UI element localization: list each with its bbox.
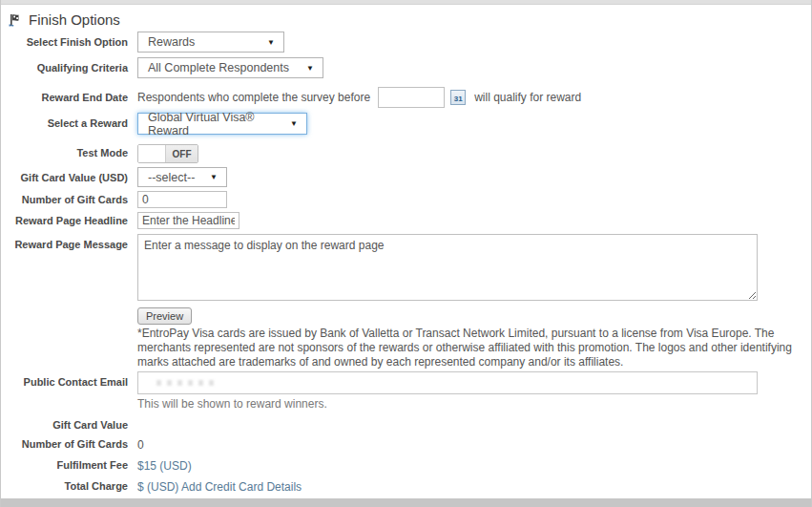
reward-select[interactable]: Global Virtual Visa® Reward ▼ xyxy=(137,113,307,135)
select-a-reward-label: Select a Reward xyxy=(1,113,137,129)
finish-option-selected-value: Rewards xyxy=(148,35,195,49)
number-of-gift-cards-row: Number of Gift Cards xyxy=(1,191,811,208)
summary-number-of-gift-cards-label: Number of Gift Cards xyxy=(1,437,137,450)
caret-down-icon: ▼ xyxy=(306,64,314,73)
qualifying-criteria-label: Qualifying Criteria xyxy=(1,57,137,74)
public-contact-email-group: This will be shown to reward winners. xyxy=(137,371,758,411)
test-mode-row: Test Mode OFF xyxy=(1,142,811,163)
reward-end-date-row: Reward End Date Respondents who complete… xyxy=(1,87,811,108)
gift-card-value-select-label: Gift Card Value (USD) xyxy=(1,167,137,183)
select-a-reward-row: Select a Reward Global Virtual Visa® Rew… xyxy=(1,113,811,135)
summary-total-charge-row: Total Charge $ (USD) Add Credit Card Det… xyxy=(1,479,811,494)
summary-total-charge-value: $ (USD) Add Credit Card Details xyxy=(137,479,302,494)
summary-gift-card-value-label: Gift Card Value xyxy=(1,418,137,431)
summary-total-charge-label: Total Charge xyxy=(1,479,137,492)
summary-gift-card-value-row: Gift Card Value xyxy=(1,418,811,431)
gift-card-value-select[interactable]: --select-- ▼ xyxy=(137,167,227,187)
finish-options-panel: Finish Options Select Finish Option Rewa… xyxy=(0,0,812,507)
test-mode-label: Test Mode xyxy=(1,142,137,158)
reward-page-message-row: Reward Page Message xyxy=(1,234,811,301)
toggle-state-label: OFF xyxy=(166,145,198,162)
preview-button[interactable]: Preview xyxy=(137,307,192,325)
caret-down-icon: ▼ xyxy=(210,173,218,181)
reward-page-headline-input[interactable] xyxy=(137,212,239,229)
reward-page-headline-row: Reward Page Headline xyxy=(1,212,811,229)
caret-down-icon: ▼ xyxy=(267,38,275,47)
gift-card-value-selected: --select-- xyxy=(148,171,195,184)
summary-fulfilment-fee-label: Fulfilment Fee xyxy=(1,458,137,471)
reward-page-message-label: Reward Page Message xyxy=(1,234,137,250)
panel-header: Finish Options xyxy=(1,5,811,32)
number-of-gift-cards-label: Number of Gift Cards xyxy=(1,191,137,205)
finish-flag-icon xyxy=(9,13,22,27)
reward-page-headline-label: Reward Page Headline xyxy=(1,212,137,226)
reward-page-message-textarea[interactable] xyxy=(137,234,758,301)
test-mode-toggle[interactable]: OFF xyxy=(137,144,198,163)
add-credit-card-details-link[interactable]: Add Credit Card Details xyxy=(181,480,302,494)
summary-number-of-gift-cards-value: 0 xyxy=(137,437,144,452)
calendar-icon[interactable]: 31 xyxy=(450,90,466,105)
total-charge-amount: $ (USD) xyxy=(137,480,178,494)
summary-fulfilment-fee-value: $15 (USD) xyxy=(137,458,192,473)
disclaimer-text: *EntroPay Visa cards are issued by Bank … xyxy=(137,327,807,370)
reward-end-date-prefix-text: Respondents who complete the survey befo… xyxy=(137,91,370,104)
summary-number-of-gift-cards-row: Number of Gift Cards 0 xyxy=(1,437,811,452)
number-of-gift-cards-input[interactable] xyxy=(137,191,227,208)
public-contact-email-input[interactable] xyxy=(137,371,758,394)
gift-card-value-select-row: Gift Card Value (USD) --select-- ▼ xyxy=(1,167,811,187)
summary-fulfilment-fee-row: Fulfilment Fee $15 (USD) xyxy=(1,458,811,473)
reward-end-date-suffix-text: will qualify for reward xyxy=(474,91,581,104)
public-contact-email-row: Public Contact Email This will be shown … xyxy=(1,371,811,411)
public-contact-email-helper: This will be shown to reward winners. xyxy=(137,397,758,411)
toggle-knob xyxy=(138,145,166,162)
qualifying-criteria-select[interactable]: All Complete Respondents ▼ xyxy=(137,57,323,78)
page-title: Finish Options xyxy=(29,11,120,28)
select-finish-option-row: Select Finish Option Rewards ▼ xyxy=(1,32,811,53)
select-finish-option-label: Select Finish Option xyxy=(1,32,137,48)
reward-selected-value: Global Virtual Visa® Reward xyxy=(148,111,282,137)
panel-bottom-strip xyxy=(1,498,811,507)
reward-end-date-controls: Respondents who complete the survey befo… xyxy=(137,87,581,108)
caret-down-icon: ▼ xyxy=(290,119,298,128)
qualifying-criteria-selected-value: All Complete Respondents xyxy=(148,61,289,74)
reward-end-date-input[interactable] xyxy=(378,87,445,108)
reward-end-date-label: Reward End Date xyxy=(1,87,137,103)
qualifying-criteria-row: Qualifying Criteria All Complete Respond… xyxy=(1,57,811,78)
preview-row: Preview xyxy=(137,306,811,325)
finish-option-select[interactable]: Rewards ▼ xyxy=(137,32,284,53)
public-contact-email-label: Public Contact Email xyxy=(1,371,137,388)
